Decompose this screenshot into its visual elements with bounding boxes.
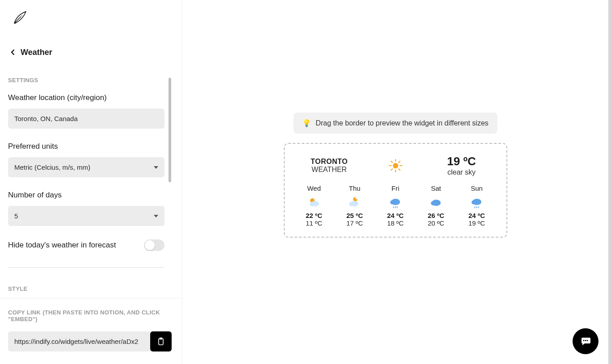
forecast-day: Fri24 ºC18 ºC (379, 184, 412, 227)
svg-line-25 (475, 206, 475, 208)
forecast-high: 24 ºC (379, 212, 412, 219)
svg-line-18 (393, 206, 394, 208)
hide-today-label: Hide today's weather in forecast (8, 241, 116, 250)
forecast-low: 20 ºC (420, 219, 452, 227)
svg-point-13 (310, 202, 315, 206)
cloud-icon (420, 196, 452, 209)
preview-area: 💡 Drag the border to preview the widget … (182, 0, 608, 364)
current-desc: clear sky (430, 168, 493, 176)
chat-button[interactable] (573, 328, 598, 354)
forecast-day: Sun24 ºC19 ºC (461, 184, 493, 227)
city-block: TORONTO WEATHER (298, 158, 361, 174)
svg-line-9 (399, 161, 400, 163)
days-select[interactable]: 5 (8, 206, 164, 226)
forecast-low: 18 ºC (379, 219, 412, 227)
hide-today-toggle[interactable] (144, 239, 164, 251)
forecast-day-name: Wed (298, 184, 330, 192)
forecast-day: Wed22 ºC11 ºC (298, 184, 330, 227)
clipboard-icon (156, 337, 165, 346)
toggle-knob (145, 240, 155, 250)
sidebar: Weather SETTINGS Weather location (city/… (0, 0, 182, 364)
page-title: Weather (21, 48, 52, 57)
svg-point-29 (585, 340, 586, 341)
feather-logo-icon (13, 11, 27, 25)
svg-line-20 (397, 206, 397, 208)
chevron-left-icon (10, 49, 16, 55)
days-value: 5 (14, 212, 18, 220)
widget-subtitle: WEATHER (298, 166, 361, 174)
forecast-day: Thu25 ºC17 ºC (339, 184, 371, 227)
copy-link-row: https://indify.co/widgets/live/weather/a… (8, 331, 172, 351)
sun-cloud-icon (298, 196, 330, 209)
widget-header: TORONTO WEATHER 19 ºC clear sky (298, 155, 493, 176)
forecast-high: 22 ºC (298, 212, 330, 219)
svg-line-10 (391, 169, 392, 170)
style-section-label: STYLE (8, 285, 174, 292)
forecast-low: 19 ºC (461, 219, 493, 227)
copy-button[interactable] (150, 331, 172, 351)
svg-line-26 (476, 206, 477, 208)
copy-link-section: COPY LINK (THEN PASTE INTO NOTION, AND C… (0, 298, 182, 364)
svg-point-30 (587, 340, 588, 341)
logo-area (0, 0, 182, 27)
current-temp: 19 ºC (430, 155, 493, 168)
chat-icon (580, 335, 591, 347)
city-name: TORONTO (298, 158, 361, 166)
weather-widget[interactable]: TORONTO WEATHER 19 ºC clear sky Wed22 ºC… (284, 143, 507, 238)
units-select[interactable]: Metric (Celcius, m/s, mm) (8, 157, 164, 177)
days-label: Number of days (8, 191, 174, 200)
section-divider (8, 267, 164, 268)
forecast-day-name: Thu (339, 184, 371, 192)
forecast-row: Wed22 ºC11 ºCThu25 ºC17 ºCFri24 ºC18 ºCS… (298, 184, 493, 227)
chevron-down-icon (154, 215, 158, 218)
cloud-rain-icon (379, 196, 412, 209)
forecast-low: 11 ºC (298, 219, 330, 227)
chevron-down-icon (154, 166, 158, 169)
settings-section-label: SETTINGS (8, 77, 174, 84)
back-button[interactable] (8, 47, 18, 57)
moon-cloud-icon (339, 196, 371, 209)
forecast-day: Sat26 ºC20 ºC (420, 184, 452, 227)
hint-text: Drag the border to preview the widget in… (316, 119, 489, 127)
window-scrollbar[interactable] (608, 0, 611, 364)
header-row: Weather (0, 27, 182, 57)
units-label: Preferred units (8, 142, 174, 151)
scrollbar-thumb[interactable] (169, 78, 171, 182)
forecast-day-name: Sun (461, 184, 493, 192)
svg-point-22 (431, 201, 436, 205)
copy-link-label: COPY LINK (THEN PASTE INTO NOTION, AND C… (8, 309, 174, 322)
forecast-day-name: Fri (379, 184, 412, 192)
svg-point-24 (472, 200, 477, 205)
hide-today-row: Hide today's weather in forecast (8, 239, 164, 251)
embed-url-input[interactable]: https://indify.co/widgets/live/weather/a… (8, 331, 150, 351)
svg-point-17 (390, 200, 396, 205)
svg-line-8 (399, 169, 400, 170)
settings-panel: SETTINGS Weather location (city/region) … (0, 77, 182, 298)
bulb-icon: 💡 (302, 119, 311, 127)
svg-point-2 (393, 163, 398, 168)
location-input[interactable]: Toronto, ON, Canada (8, 109, 164, 129)
forecast-high: 26 ºC (420, 212, 452, 219)
units-value: Metric (Celcius, m/s, mm) (14, 163, 90, 171)
svg-point-28 (583, 340, 585, 341)
svg-line-19 (395, 206, 396, 208)
forecast-high: 24 ºC (461, 212, 493, 219)
location-label: Weather location (city/region) (8, 93, 174, 102)
forecast-high: 25 ºC (339, 212, 371, 219)
location-value: Toronto, ON, Canada (14, 115, 78, 122)
resize-hint: 💡 Drag the border to preview the widget … (293, 113, 497, 134)
forecast-day-name: Sat (420, 184, 452, 192)
svg-point-15 (349, 202, 354, 206)
sun-icon (388, 158, 403, 173)
current-weather: 19 ºC clear sky (430, 155, 493, 176)
cloud-rain-icon (461, 196, 493, 209)
svg-line-27 (478, 206, 479, 208)
svg-line-7 (391, 161, 392, 163)
forecast-low: 17 ºC (339, 219, 371, 227)
